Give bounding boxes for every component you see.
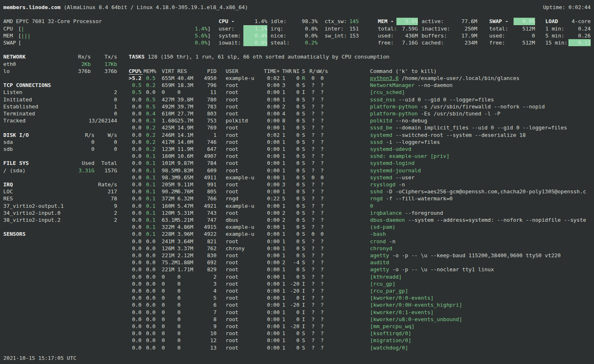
cell-res: 11.9M <box>177 146 193 153</box>
cell-write-per-sec: ? <box>321 216 324 223</box>
os-version: (AlmaLinux 8.4 64bit / Linux 4.18.0-305.… <box>61 4 248 10</box>
cell-nice: 0 <box>283 216 299 223</box>
metric-label: Terminated <box>3 110 35 117</box>
stat-label: 5 min: <box>545 32 564 39</box>
cell-read-per-sec: ? <box>311 139 315 146</box>
cell-res: 4.86M <box>177 223 193 230</box>
cell-user: root <box>226 323 238 330</box>
cell-command: python3.6 /home/example-user/.local/bin/… <box>370 75 519 82</box>
cell-read-per-sec: ? <box>311 252 315 259</box>
cell-read-per-sec: ? <box>311 103 315 110</box>
cell-write-per-sec: ? <box>321 124 324 131</box>
stat-value: 0.2% <box>295 39 318 46</box>
cell-read-per-sec: ? <box>311 280 315 287</box>
cell-write-per-sec: ? <box>321 344 324 351</box>
cell-mem-percent: 0.0 <box>139 344 156 351</box>
column-header-cpu-sort: CPU% <box>129 68 143 75</box>
cell-read-per-sec: ? <box>311 330 315 337</box>
cell-write-per-sec: ? <box>321 117 324 124</box>
cell-read-per-sec: ? <box>311 202 315 209</box>
uptime: Uptime: 0:02:44 <box>495 4 591 11</box>
cell-user: example-u <box>226 202 254 209</box>
cell-time: 0:00 <box>257 252 280 259</box>
stat-label: inactive: <box>422 25 450 32</box>
cell-read-per-sec: 0 <box>311 75 315 82</box>
metric-label: Initiated <box>3 96 32 103</box>
cell-nice: 0 <box>283 337 299 344</box>
cell-write-per-sec: ? <box>321 252 324 259</box>
cell-command: [rcu_sched] <box>370 89 405 96</box>
cell-pid: 829 <box>192 266 217 273</box>
command-args: -n <box>386 238 396 244</box>
cell-status: S <box>302 230 305 237</box>
cell-pid: 4 <box>192 287 217 294</box>
column-header-virt: VIRT <box>162 68 174 75</box>
command-name: 0 <box>370 203 373 209</box>
cell-status: S <box>302 344 305 351</box>
metric-value: 2 <box>72 89 117 96</box>
cell-user: root <box>226 330 238 337</box>
command-args: -Es /usr/sbin/tuned -l -P <box>418 110 500 117</box>
cell-command: [migration/0] <box>370 337 411 344</box>
cell-res: 9.87M <box>177 160 193 167</box>
cell-nice: 0 <box>283 245 299 252</box>
cell-time: 0:00 <box>257 202 280 209</box>
metric-value: 0 <box>93 139 117 146</box>
cell-virt: 98.5M <box>162 167 178 174</box>
cell-time: 0:22 <box>257 195 280 202</box>
cell-pid: 4911 <box>192 174 217 181</box>
metric-value: 157G <box>93 167 117 174</box>
stat-value: 0.24 <box>568 25 591 32</box>
cell-nice: -4 <box>283 259 299 266</box>
cell-write-per-sec: 0 <box>321 174 324 181</box>
cell-res: 39.7M <box>177 103 193 110</box>
cell-pid: 4915 <box>192 223 217 230</box>
cell-command: chronyd <box>370 245 392 252</box>
command-name: -bash <box>370 231 386 237</box>
cell-status: S <box>302 181 305 188</box>
cell-res: 0 <box>177 273 181 280</box>
cell-virt: 0 <box>162 344 165 351</box>
cell-user: root <box>226 181 238 188</box>
cell-virt: 372M <box>162 195 174 202</box>
cell-read-per-sec: ? <box>311 146 315 153</box>
terminal-screen[interactable]: members.linode.com (AlmaLinux 8.4 64bit … <box>0 0 594 364</box>
metric-value: 2Kb <box>58 61 91 68</box>
metric-label: Established <box>3 103 38 110</box>
cell-pid: 8 <box>192 316 217 323</box>
cell-pid: 743 <box>192 209 217 216</box>
command-args: -i --logger=files <box>383 139 440 145</box>
stat-label: 15 min: <box>545 39 568 46</box>
cell-status: S <box>302 153 305 160</box>
cell-nice: 0 <box>283 124 299 131</box>
cell-nice: 0 <box>283 174 299 181</box>
cell-mem-percent: 0.3 <box>139 117 156 124</box>
metric-value: 2 <box>72 216 117 223</box>
stat-label: nice: <box>271 32 287 39</box>
cell-pid: 1 <box>192 132 217 139</box>
cell-nice: 0 <box>283 167 299 174</box>
cell-user: root <box>226 273 238 280</box>
stat-value: 145 <box>338 18 359 25</box>
cell-read-per-sec: ? <box>311 96 315 103</box>
cell-virt: 425M <box>162 124 174 131</box>
command-name: agetty <box>370 266 389 272</box>
stat-value: 234M <box>454 39 477 46</box>
cell-write-per-sec: ? <box>321 273 324 280</box>
cell-user: root <box>226 139 238 146</box>
cell-res: 3.37M <box>177 245 193 252</box>
cell-pid: 2 <box>192 273 217 280</box>
cell-status: S <box>302 188 305 195</box>
cell-virt: 0 <box>162 280 165 287</box>
stat-value: 1.1% <box>243 25 267 32</box>
cell-mem-percent: 0.1 <box>139 216 156 223</box>
cell-write-per-sec: ? <box>321 153 324 160</box>
cell-pid: 747 <box>192 216 217 223</box>
cell-user: root <box>226 280 238 287</box>
cell-virt: 427M <box>162 96 174 103</box>
cell-command: sshd -D -oCiphers=aes256-gcm@openssh.com… <box>370 188 586 195</box>
cell-virt: 0 <box>162 273 165 280</box>
cell-mem-percent: 0.0 <box>139 337 156 344</box>
cell-write-per-sec: 0 <box>321 75 324 82</box>
command-name: crond <box>370 238 386 244</box>
